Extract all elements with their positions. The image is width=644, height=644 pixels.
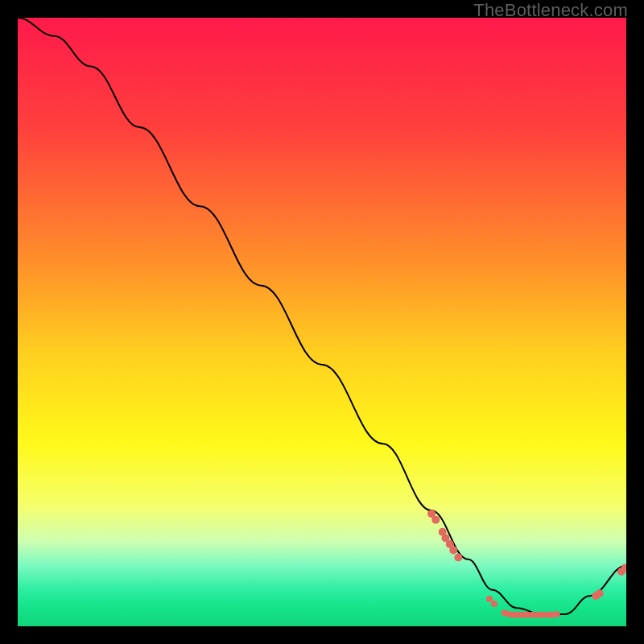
data-markers xyxy=(427,510,626,617)
data-marker xyxy=(454,554,462,562)
data-marker xyxy=(486,596,493,602)
plot-area xyxy=(18,18,626,626)
data-marker xyxy=(449,547,457,555)
data-marker xyxy=(554,611,560,617)
chart-stage: TheBottleneck.com xyxy=(0,0,644,644)
bottleneck-curve xyxy=(18,18,626,614)
data-marker xyxy=(596,589,604,597)
data-marker xyxy=(431,516,440,524)
curve-layer xyxy=(18,18,626,626)
data-marker xyxy=(491,601,497,607)
